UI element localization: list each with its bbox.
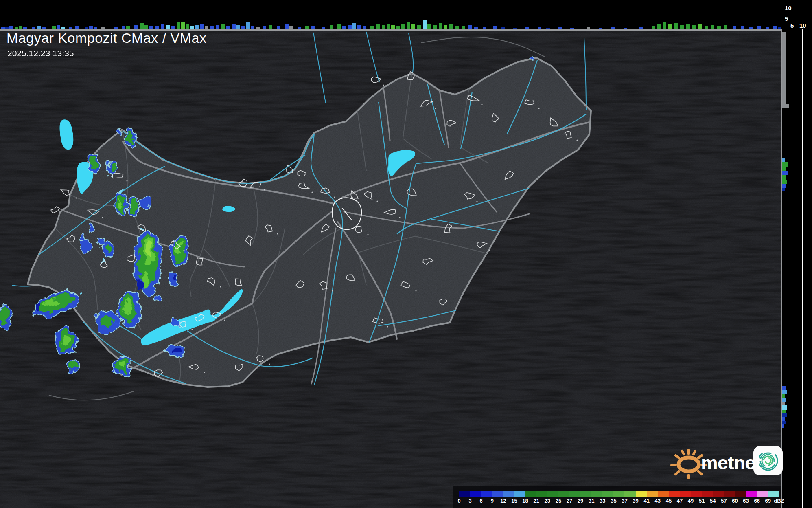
- top-histogram-bar: [221, 24, 225, 29]
- colorbar-swatch: [735, 491, 746, 497]
- top-histogram-bar: [376, 24, 380, 29]
- top-histogram-bar: [525, 27, 529, 29]
- colorbar-swatch: [647, 491, 658, 497]
- town-dot: [538, 108, 539, 109]
- colorbar-swatch: [602, 491, 613, 497]
- top-histogram-bar: [23, 27, 27, 29]
- right-histogram-strip: [782, 29, 812, 508]
- top-histogram-bar: [599, 28, 602, 29]
- top-histogram-bar: [114, 27, 118, 29]
- top-histogram-bar: [513, 28, 517, 29]
- top-histogram-bar: [444, 25, 447, 29]
- town-dot: [277, 233, 278, 234]
- top-histogram-bar: [226, 26, 230, 29]
- town-dot: [399, 217, 400, 218]
- right-histogram-bar: [782, 180, 787, 184]
- top-histogram-bar: [166, 25, 170, 29]
- colorbar-label: 41: [643, 498, 649, 504]
- right-histogram-bar: [782, 32, 786, 104]
- colorbar-swatch: [713, 491, 724, 497]
- right-axis-tick-10: 10: [799, 22, 806, 29]
- top-histogram-bar: [493, 26, 497, 29]
- top-histogram-bar: [624, 28, 627, 29]
- top-histogram-bar: [433, 25, 437, 29]
- top-gridline-10: [0, 10, 782, 10]
- top-histogram-bar: [749, 27, 753, 29]
- colorbar-swatch: [658, 491, 669, 497]
- colorbar-label: 25: [556, 498, 561, 504]
- top-histogram-bar: [724, 25, 727, 29]
- town-dot: [264, 189, 265, 190]
- colorbar-swatch: [691, 491, 702, 497]
- colorbar-swatch: [724, 491, 735, 497]
- top-histogram-bar: [766, 27, 769, 29]
- top-histogram-bar: [126, 26, 130, 29]
- top-histogram-bar: [177, 22, 180, 29]
- colorbar-label: 43: [655, 498, 661, 504]
- top-histogram-bar: [357, 25, 361, 29]
- top-histogram-bar: [200, 24, 204, 29]
- right-gridline-10: [802, 29, 803, 508]
- colorbar-swatch: [569, 491, 580, 497]
- right-histogram-bar: [782, 167, 786, 171]
- top-histogram-bar: [337, 24, 341, 29]
- town-dot: [183, 249, 184, 251]
- colorbar-swatch: [514, 491, 525, 497]
- top-histogram-bar: [85, 27, 88, 29]
- top-histogram-bar: [348, 25, 352, 29]
- top-histogram-bar: [352, 23, 356, 29]
- colorbar-swatch: [746, 491, 757, 497]
- top-histogram-bar: [382, 25, 385, 29]
- top-histogram-bar: [140, 23, 144, 29]
- town-dot: [376, 200, 378, 202]
- colorbar-label: 29: [578, 498, 583, 504]
- top-histogram-bar: [711, 25, 714, 29]
- right-histogram-bar: [782, 421, 786, 424]
- top-histogram-bar: [717, 26, 721, 29]
- top-histogram-bar: [741, 26, 744, 29]
- colorbar-swatch: [768, 491, 779, 497]
- colorbar-swatch: [459, 491, 470, 497]
- top-histogram-bar: [757, 26, 761, 29]
- town-dot: [576, 139, 578, 141]
- colorbar-swatch: [636, 491, 647, 497]
- top-histogram-bar: [639, 27, 643, 29]
- colorbar-label: 60: [732, 498, 738, 504]
- right-histogram-bar: [782, 394, 785, 398]
- colorbar-label: 69: [765, 498, 771, 504]
- top-axis-tick-10: 10: [785, 5, 792, 11]
- top-histogram-bar: [305, 26, 309, 29]
- top-histogram-bar: [75, 26, 79, 29]
- top-histogram-bar: [546, 28, 550, 29]
- top-histogram-bar: [61, 27, 65, 29]
- colorbar-swatch: [591, 491, 602, 497]
- right-histogram-bar: [782, 188, 785, 191]
- colorbar-label: 9: [491, 498, 494, 504]
- town-dot: [75, 197, 77, 198]
- right-gridline-5: [792, 29, 792, 508]
- top-histogram-bar: [89, 26, 93, 29]
- top-histogram-bar: [391, 25, 395, 29]
- top-axis-tick-5: 5: [785, 15, 788, 22]
- colorbar-swatch: [702, 491, 713, 497]
- top-histogram-bar: [1, 27, 5, 29]
- top-histogram-bar: [236, 25, 240, 29]
- town-dot: [269, 363, 270, 365]
- top-histogram-strip: [0, 0, 782, 29]
- town-dot: [367, 234, 368, 235]
- top-histogram-bar: [186, 24, 189, 29]
- town-dot: [220, 286, 221, 287]
- top-histogram-bar: [42, 27, 46, 29]
- colorbar-label: dBZ: [774, 498, 784, 504]
- town-dot: [126, 180, 127, 181]
- right-histogram-bar: [782, 158, 785, 162]
- top-histogram-bar: [15, 27, 18, 29]
- town-dot: [334, 196, 335, 198]
- top-histogram-bar: [69, 27, 72, 29]
- top-histogram-bar: [462, 26, 465, 29]
- top-histogram-bar: [205, 26, 208, 29]
- top-histogram-bar: [773, 26, 777, 29]
- top-histogram-bar: [330, 25, 333, 29]
- right-histogram-bar: [782, 398, 786, 402]
- radar-screenshot: 10 5 5 10 Magyar Kompozit CMax / VMax 20…: [0, 0, 812, 508]
